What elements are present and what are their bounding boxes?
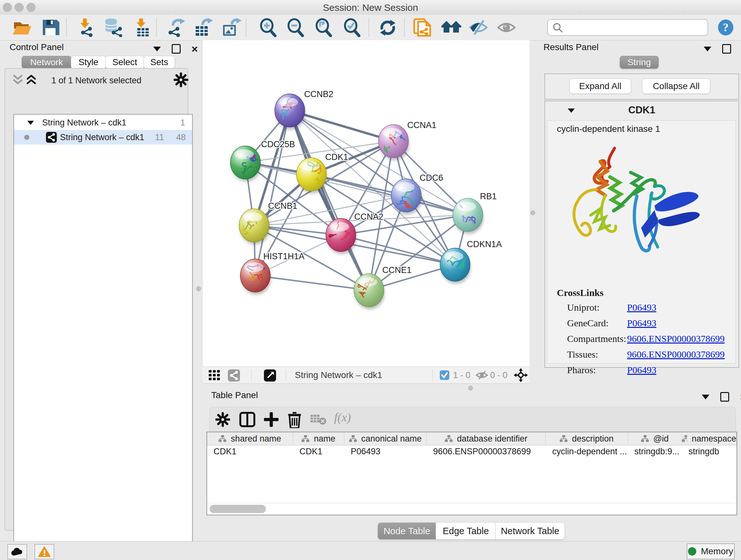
memory-label: Memory bbox=[701, 546, 733, 557]
panel-menu-icon[interactable] bbox=[702, 395, 710, 399]
network-share-icon bbox=[46, 132, 57, 143]
tab-select[interactable]: Select bbox=[105, 56, 144, 69]
save-session-icon[interactable] bbox=[41, 18, 61, 37]
crosslink-value-link[interactable]: 9606.ENSP00000378699 bbox=[627, 333, 725, 344]
table-cell[interactable]: cyclin-dependent ... bbox=[546, 445, 628, 458]
network-row-selected[interactable]: String Network – cdk1 11 48 bbox=[14, 130, 192, 145]
table-cell[interactable]: stringdb:9... bbox=[628, 445, 682, 458]
tab-edge-table[interactable]: Edge Table bbox=[435, 522, 496, 540]
search-input[interactable] bbox=[566, 21, 703, 33]
column-type-icon bbox=[641, 435, 649, 442]
crosslink-value-link[interactable]: P06493 bbox=[627, 318, 657, 328]
network-panel-frame: 1 of 1 Network selected String Network –… bbox=[4, 68, 188, 531]
open-in-new-window-icon[interactable] bbox=[264, 369, 276, 381]
import-table-icon[interactable] bbox=[133, 18, 153, 37]
node-label: CCNB1 bbox=[268, 201, 297, 211]
gear-icon[interactable] bbox=[215, 412, 230, 427]
column-type-icon bbox=[445, 435, 453, 442]
memory-button[interactable]: Memory bbox=[687, 543, 735, 559]
refresh-layout-icon[interactable] bbox=[378, 18, 398, 37]
tab-node-table[interactable]: Node Table bbox=[378, 522, 436, 540]
gear-icon[interactable] bbox=[174, 72, 188, 87]
eye-slash-icon[interactable] bbox=[469, 18, 489, 37]
network-collection-row[interactable]: String Network – cdk1 1 bbox=[14, 115, 192, 130]
export-network-icon[interactable] bbox=[166, 18, 186, 37]
column-header[interactable]: description bbox=[546, 432, 628, 445]
zoom-selected-icon[interactable] bbox=[342, 18, 363, 37]
crosslink-value-link[interactable]: P06493 bbox=[627, 365, 657, 375]
delete-column-icon[interactable] bbox=[287, 411, 302, 428]
add-column-icon[interactable] bbox=[263, 412, 279, 428]
import-network-file-icon[interactable] bbox=[77, 18, 97, 37]
tab-sets[interactable]: Sets bbox=[144, 56, 175, 69]
node-label: CDK1 bbox=[325, 152, 348, 162]
network-canvas[interactable]: CCNB2CCNA1CDC25BCDK1CDC6RB1CCNB1CCNA2CDK… bbox=[202, 40, 530, 367]
panel-float-icon[interactable] bbox=[720, 392, 729, 401]
right-splitter-handle[interactable] bbox=[530, 210, 535, 215]
tree-expand-icon[interactable] bbox=[27, 121, 34, 125]
tab-style[interactable]: Style bbox=[71, 56, 106, 69]
cloud-button[interactable] bbox=[7, 544, 27, 559]
main-toolbar: ? bbox=[0, 15, 741, 41]
table-cell[interactable]: CDK1 bbox=[293, 445, 344, 458]
column-header[interactable]: canonical name bbox=[344, 432, 427, 445]
open-session-icon[interactable] bbox=[12, 18, 32, 37]
network-view-toolbar: String Network – cdk1 1 - 0 0 - 0 bbox=[202, 367, 529, 384]
left-splitter-handle[interactable] bbox=[196, 287, 201, 291]
expand-all-button[interactable]: Expand All bbox=[569, 78, 631, 94]
zoom-out-icon[interactable] bbox=[286, 18, 307, 37]
toolbar-separator bbox=[246, 18, 246, 37]
zoom-in-icon[interactable] bbox=[259, 18, 279, 37]
string-home-icon[interactable] bbox=[441, 18, 462, 37]
string-document-icon[interactable] bbox=[412, 18, 433, 37]
panel-float-icon[interactable] bbox=[722, 44, 731, 54]
crosslink-label: Pharos: bbox=[567, 365, 627, 375]
table-cell[interactable]: P06493 bbox=[344, 445, 427, 458]
tab-network[interactable]: Network bbox=[22, 56, 71, 69]
crosslink-value-link[interactable]: 9606.ENSP00000378699 bbox=[627, 349, 725, 360]
horizontal-scrollbar[interactable] bbox=[210, 505, 266, 513]
memory-status-dot bbox=[688, 547, 696, 556]
table-cell[interactable]: CDK1 bbox=[207, 445, 293, 458]
delete-table-icon bbox=[311, 414, 327, 426]
hidden-count-badge: 0 - 0 bbox=[490, 370, 508, 380]
zoom-fit-icon[interactable] bbox=[314, 18, 334, 37]
column-header[interactable]: name bbox=[293, 432, 344, 445]
crosslink-value-link[interactable]: P06493 bbox=[627, 302, 657, 313]
results-section-box: CDK1 cyclin-dependent kinase 1 bbox=[544, 101, 739, 368]
grid-view-icon[interactable] bbox=[209, 370, 220, 381]
import-network-database-icon[interactable] bbox=[103, 18, 123, 37]
export-table-icon[interactable] bbox=[193, 18, 213, 37]
tab-network-table[interactable]: Network Table bbox=[495, 522, 565, 540]
hidden-eye-icon bbox=[475, 370, 488, 380]
export-image-icon[interactable] bbox=[221, 18, 242, 37]
column-header[interactable]: shared name bbox=[207, 432, 293, 445]
columns-icon[interactable] bbox=[239, 412, 256, 428]
warning-button[interactable] bbox=[35, 544, 54, 559]
table-cell[interactable]: stringdb bbox=[682, 445, 737, 458]
node-label: CDKN1A bbox=[467, 240, 502, 249]
column-header[interactable]: database identifier bbox=[427, 432, 546, 445]
table-toolbar: f(x) bbox=[209, 407, 736, 432]
title-bar: Session: New Session bbox=[0, 0, 741, 15]
node-table[interactable]: shared namenamecanonical namedatabase id… bbox=[206, 432, 737, 515]
tab-string[interactable]: String bbox=[620, 56, 659, 69]
network-selection-status: 1 of 1 Network selected bbox=[5, 76, 188, 85]
fit-crosshair-icon[interactable] bbox=[514, 368, 528, 382]
panel-float-icon[interactable] bbox=[172, 44, 181, 54]
collapse-all-button[interactable]: Collapse All bbox=[642, 78, 711, 94]
toolbar-separator bbox=[368, 18, 369, 37]
column-header[interactable]: @id bbox=[628, 432, 682, 445]
selected-checkbox-icon[interactable] bbox=[440, 370, 449, 380]
share-view-icon[interactable] bbox=[228, 369, 240, 381]
panel-menu-icon[interactable] bbox=[704, 47, 711, 51]
selected-count-badge: 1 - 0 bbox=[453, 370, 470, 380]
network-tree: String Network – cdk1 1 String Network –… bbox=[13, 114, 193, 558]
table-cell[interactable]: 9606.ENSP00000378699 bbox=[427, 445, 546, 458]
panel-close-icon[interactable]: × bbox=[192, 45, 198, 53]
table-panel-title: Table Panel bbox=[211, 390, 258, 400]
panel-menu-icon[interactable] bbox=[153, 47, 161, 51]
help-icon[interactable]: ? bbox=[718, 19, 738, 38]
column-header[interactable]: namespace bbox=[682, 432, 737, 445]
eye-icon[interactable] bbox=[497, 18, 517, 37]
